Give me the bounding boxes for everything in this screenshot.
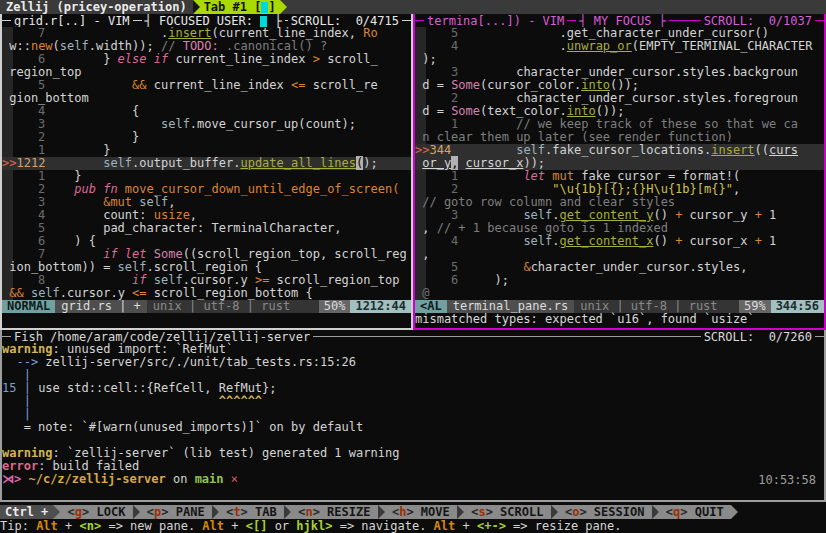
- keybar-hint-quit: <q> QUIT: [659, 505, 731, 519]
- pane-fish-shell[interactable]: Fish /home/aram/code/zellij/zellij-serve…: [0, 330, 826, 502]
- tab-1-label-close: ]: [268, 0, 275, 14]
- zellij-terminal: Zellij (pricey-operation) Tab #1 [] grid…: [0, 0, 826, 533]
- tab-bar: Zellij (pricey-operation) Tab #1 []: [0, 0, 826, 14]
- tab-cursor-icon: [261, 2, 268, 13]
- term-row: 6 );: [415, 274, 824, 287]
- powerline-arrow-icon: [280, 0, 287, 14]
- tab-1-label: Tab #1 [: [204, 0, 262, 14]
- grid-statusbar: NORMAL grid.rs | + unix | utf-8 | rust 5…: [2, 300, 411, 313]
- term-row: | ^^^^^^: [2, 395, 824, 408]
- term-row: ⋊> ~/c/z/zellij-server on main ×: [2, 473, 824, 486]
- vim-cursor-position: 1212:44: [350, 300, 411, 313]
- powerline-arrow-icon: [731, 505, 738, 519]
- terminal-pane-code: 5 .get_character_under_cursor() 4 .unwra…: [415, 27, 824, 300]
- term-row: Tip: Alt + <n> => new pane. Alt + <[] or…: [0, 519, 826, 533]
- vim-fileinfo: unix | utf-8 | rust: [147, 300, 319, 313]
- powerline-arrow-icon: [378, 505, 385, 519]
- vim-mode-badge: NORMAL: [2, 300, 55, 313]
- pane-grid-editor[interactable]: grid.r[..] - VIM ┤ FOCUSED USER: ├ SCROL…: [0, 14, 413, 330]
- keybar-hint-tab: <t> TAB: [219, 505, 284, 519]
- keybar-hint-scroll: <s> SCROLL: [464, 505, 551, 519]
- term-row: 4 .unwrap_or(EMPTY_TERMINAL_CHARACTER: [415, 40, 824, 53]
- term-row: --> zellij-server/src/./unit/tab_tests.r…: [2, 356, 824, 369]
- powerline-arrow-icon: [53, 505, 60, 519]
- powerline-arrow-icon: [193, 0, 200, 14]
- keybar-hint-move: <h> MOVE: [385, 505, 457, 519]
- tab-1[interactable]: Tab #1 []: [200, 0, 280, 14]
- keybar-hint-session: <o> SESSION: [558, 505, 652, 519]
- tip-bar: Tip: Alt + <n> => new pane. Alt + <[] or…: [0, 519, 826, 533]
- powerline-arrow-icon: [652, 505, 659, 519]
- keybar-segments: <g> LOCK <p> PANE <t> TAB <n> RESIZE <h>…: [60, 505, 731, 519]
- pane-terminal-editor[interactable]: termina[...]) - VIM ┤ MY FOCUS ├ SCROLL:…: [413, 14, 826, 330]
- vim-error-message: mismatched types: expected `u16`, found …: [415, 313, 824, 326]
- keybar-hint-pane: <p> PANE: [140, 505, 212, 519]
- session-name: Zellij (pricey-operation): [0, 0, 193, 14]
- keybar-modifier: Ctrl +: [0, 505, 53, 519]
- grid-pane-code: 7 .insert(current_line_index, Ro w::new(…: [2, 27, 411, 300]
- vim-scroll-percent: 50%: [319, 300, 351, 313]
- prompt-clock: 10:53:58: [758, 473, 816, 487]
- keybar-hint-resize: <n> RESIZE: [291, 505, 378, 519]
- term-row: = note: `#[warn(unused_imports)]` on by …: [2, 421, 824, 434]
- fish-pane-output: warning: unused import: `RefMut` --> zel…: [2, 343, 824, 486]
- scroll-indicator: SCROLL: 0/7260: [701, 330, 815, 343]
- powerline-arrow-icon: [284, 505, 291, 519]
- vim-cursor-position: 344:56: [771, 300, 824, 313]
- powerline-arrow-icon: [212, 505, 219, 519]
- powerline-arrow-icon: [133, 505, 140, 519]
- term-row: @: [415, 287, 824, 300]
- vim-filename: grid.rs | +: [55, 300, 146, 313]
- term-row: && self.cursor.y <= scroll_region_bottom…: [2, 287, 411, 300]
- keybar-hint-lock: <g> LOCK: [60, 505, 132, 519]
- powerline-arrow-icon: [551, 505, 558, 519]
- term-row: 4 self.get_content_x() + cursor_x + 1: [415, 235, 824, 248]
- powerline-arrow-icon: [457, 505, 464, 519]
- keybar: Ctrl + <g> LOCK <p> PANE <t> TAB <n> RES…: [0, 505, 826, 519]
